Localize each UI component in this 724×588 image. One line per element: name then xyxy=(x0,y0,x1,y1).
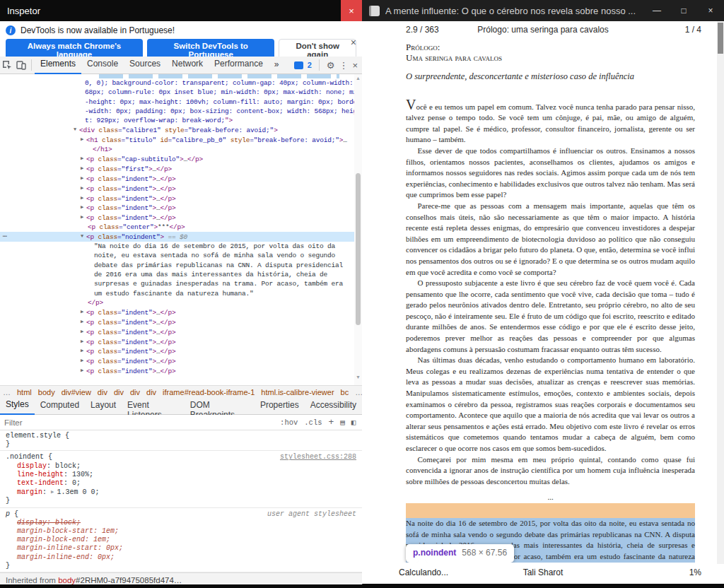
tree-row[interactable]: de 2016 era uma das mais interessantes d… xyxy=(0,270,362,279)
new-style-rule-button[interactable]: + xyxy=(329,417,334,428)
styles-pane[interactable]: element.style {}stylesheet.css:288.noind… xyxy=(0,430,362,585)
tree-row-p-indent[interactable]: ▶ <p class="indent">…</p> xyxy=(0,184,362,194)
css-property[interactable]: margin-inline-start: 0px; xyxy=(6,544,356,553)
tree-row-p-indent[interactable]: ▶ <p class="indent">…</p> xyxy=(0,346,362,356)
breadcrumb-item[interactable]: html.is-calibre-viewer xyxy=(261,388,334,396)
tree-row[interactable]: debate das primárias republicanas na CNN… xyxy=(0,261,362,270)
breadcrumb-item[interactable]: iframe#read-book-iframe-1 xyxy=(163,388,255,396)
tree-row[interactable]: 0, 0); background-color: transparent; co… xyxy=(0,78,362,88)
infobar-close-icon[interactable]: × xyxy=(351,37,356,48)
tree-row-p-indent[interactable]: ▶ <p class="indent">…</p> xyxy=(0,307,362,317)
css-property[interactable]: margin-inline-end: 0px; xyxy=(6,553,356,562)
styles-filter-input[interactable] xyxy=(0,418,280,427)
devtools-close-icon[interactable]: × xyxy=(352,60,358,71)
breadcrumb-item[interactable]: div xyxy=(130,388,140,396)
css-property[interactable]: display: block; xyxy=(6,519,356,527)
tree-row-h1-titulo[interactable]: ▶ <h1 class="titulo" id="calibre_pb_0" s… xyxy=(0,135,362,145)
styles-tab-dom-breakpoints[interactable]: DOM Breakpoints xyxy=(185,397,255,414)
styles-tab-accessibility[interactable]: Accessibility xyxy=(305,397,362,414)
tree-row-p-center[interactable]: <p class="center">***</p> xyxy=(0,223,362,232)
tree-row-p-indent[interactable]: ▶ <p class="indent">…</p> xyxy=(0,213,362,223)
reader-scrollbar-thumb[interactable] xyxy=(718,23,723,54)
elements-scrollbar[interactable]: ▲ ▼ xyxy=(354,74,362,385)
tree-row[interactable]: -width: 0px; padding: 0px; box-sizing: c… xyxy=(0,107,362,116)
tab-performance[interactable]: Performance xyxy=(209,56,269,73)
styles-tab-event-listeners[interactable]: Event Listeners xyxy=(122,397,185,414)
tab-console[interactable]: Console xyxy=(81,56,124,73)
breadcrumb-item[interactable]: body xyxy=(38,388,55,396)
inherited-label: Inherited from xyxy=(6,576,58,584)
inspect-element-icon[interactable] xyxy=(0,58,14,72)
css-property[interactable]: margin-block-end: 1em; xyxy=(6,536,356,544)
style-rule[interactable]: user agent stylesheetp {display: block;m… xyxy=(0,508,362,572)
device-toolbar-icon[interactable] xyxy=(14,58,28,72)
tree-row[interactable]: t: 929px; overflow-wrap: break-word;"> xyxy=(0,116,362,125)
tree-row[interactable]: </p> xyxy=(0,298,362,307)
tree-row-p-indent[interactable]: ▶ <p class="indent">…</p> xyxy=(0,317,362,327)
style-rule[interactable]: element.style {} xyxy=(0,430,362,451)
tree-row-p-cap-subtitulo[interactable]: ▶ <p class="cap-subtitulo">…</p> xyxy=(0,154,362,164)
scrollbar-thumb[interactable] xyxy=(356,173,361,325)
styles-tab-layout[interactable]: Layout xyxy=(85,397,122,414)
tree-row[interactable]: "Na noite do dia 16 de setembro de 2015,… xyxy=(0,242,362,251)
devtools-window-close-button[interactable]: × xyxy=(341,0,362,21)
tree-row-p-indent[interactable]: ▶ <p class="indent">…</p> xyxy=(0,203,362,213)
tree-row-p-indent[interactable]: ▶ <p class="indent">…</p> xyxy=(0,337,362,347)
breadcrumb-item[interactable]: html xyxy=(17,388,32,396)
stylesheet-source-link[interactable]: stylesheet.css:288 xyxy=(280,453,356,461)
more-tabs-button[interactable]: » xyxy=(269,57,285,74)
element-classes-toggle[interactable]: .cls xyxy=(304,418,322,427)
styles-tab-computed[interactable]: Computed xyxy=(35,397,85,414)
tree-row[interactable]: 68px; column-rule: 0px inset blue; min-w… xyxy=(0,88,362,97)
layout-icon[interactable]: ▤ xyxy=(340,418,344,427)
minimize-button[interactable]: — xyxy=(643,0,670,21)
tree-row-p-first[interactable]: ▶ <p class="first">…</p> xyxy=(0,164,362,174)
book-page[interactable]: Prólogo: Uma seringa para cavalos O surp… xyxy=(362,39,716,563)
tree-row[interactable]: </h1> xyxy=(0,145,362,154)
styles-tab-styles[interactable]: Styles xyxy=(0,396,35,416)
issues-icon[interactable] xyxy=(294,61,303,69)
styles-tab-properties[interactable]: Properties xyxy=(255,397,305,414)
issues-count[interactable]: 2 xyxy=(308,61,312,69)
tree-row-p-noindent-selected[interactable]: ▼ <p class="noindent"> == $0 xyxy=(0,232,362,242)
css-property[interactable]: margin-block-start: 1em; xyxy=(6,527,356,536)
css-property[interactable]: text-indent: 0; xyxy=(6,479,356,488)
tab-elements[interactable]: Elements xyxy=(35,56,81,75)
tree-row[interactable]: noite, eu estava sentada no sofá de minh… xyxy=(0,251,362,260)
tree-row[interactable]: surpresas e guinadas inesperadas na tram… xyxy=(0,279,362,288)
reader-scrollbar[interactable] xyxy=(717,21,724,564)
breadcrumb-item[interactable]: div#view xyxy=(62,388,91,396)
css-property[interactable]: margin: ▶ 1.3em 0 0; xyxy=(6,488,356,497)
elements-panel[interactable]: 0, 0); background-color: transparent; co… xyxy=(0,74,362,385)
tree-row-p-indent[interactable]: ▶ <p class="indent">…</p> xyxy=(0,366,362,376)
breadcrumb-item[interactable]: div xyxy=(114,388,124,396)
tab-network[interactable]: Network xyxy=(166,56,209,73)
breadcrumb-item[interactable]: div xyxy=(98,388,107,396)
tree-row[interactable]: -height: 0px; max-height: 100vh; column-… xyxy=(0,98,362,107)
pseudo-state-toggle[interactable]: :hov xyxy=(280,418,298,427)
settings-gear-icon[interactable]: ⚙ xyxy=(327,60,335,71)
css-property[interactable]: line-height: 130%; xyxy=(6,471,356,479)
book-paragraph-center: ... xyxy=(406,492,695,503)
css-property[interactable]: display: block; xyxy=(6,462,356,471)
tree-row[interactable]: um estudo fascinante da natureza humana.… xyxy=(0,289,362,298)
tree-row-div-calibre1[interactable]: ▼ <div class="calibre1" style="break-bef… xyxy=(0,125,362,135)
breadcrumb-item[interactable]: div xyxy=(146,388,156,396)
tree-row-p-indent[interactable]: ▶ <p class="indent">…</p> xyxy=(0,194,362,204)
breadcrumb-item[interactable]: bc xyxy=(341,388,349,396)
tree-row-p-indent[interactable]: ▶ <p class="indent">…</p> xyxy=(0,356,362,366)
scroll-down-icon[interactable]: ▼ xyxy=(356,375,361,380)
stylesheet-source-link[interactable]: user agent stylesheet xyxy=(267,510,356,519)
sidebar-panel-icon[interactable]: ◧ xyxy=(351,418,356,427)
inherited-body-link[interactable]: body#2RHM0-a7f9475085fd474… xyxy=(58,576,182,584)
close-button[interactable]: × xyxy=(697,0,724,21)
chapter-subtitle: O surpreendente, desconcertante e mister… xyxy=(406,71,695,83)
breadcrumb-item[interactable]: … xyxy=(3,388,11,396)
style-rule[interactable]: stylesheet.css:288.noindent {display: bl… xyxy=(0,451,362,507)
tree-row-p-indent[interactable]: ▶ <p class="indent">…</p> xyxy=(0,174,362,184)
tab-sources[interactable]: Sources xyxy=(124,56,166,73)
tree-row-p-indent[interactable]: ▶ <p class="indent">…</p> xyxy=(0,327,362,337)
scroll-up-icon[interactable]: ▲ xyxy=(356,76,361,81)
kebab-menu-icon[interactable]: ⋮ xyxy=(339,60,348,71)
maximize-button[interactable]: □ xyxy=(670,0,697,21)
